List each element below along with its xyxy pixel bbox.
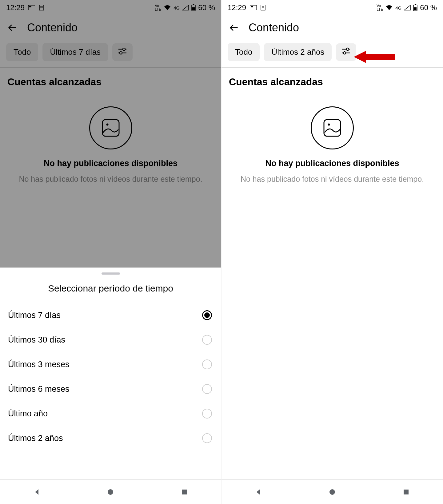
svg-rect-1 <box>29 6 31 7</box>
svg-rect-17 <box>251 6 253 7</box>
chip-date-range[interactable]: Últimos 2 años <box>264 43 332 61</box>
android-nav-bar <box>222 479 443 504</box>
wifi-icon <box>164 5 171 10</box>
time-option-7days[interactable]: Últimos 7 días <box>0 303 221 327</box>
option-label: Último año <box>8 409 48 419</box>
status-bar: 12:29 VoLTE 4G 60 % <box>222 0 443 15</box>
radio-icon <box>202 384 212 394</box>
battery-percent: 60 % <box>420 3 437 12</box>
svg-rect-0 <box>28 5 35 10</box>
filter-settings-button[interactable] <box>112 43 133 61</box>
sheet-title: Seleccionar período de tiempo <box>0 278 221 303</box>
svg-rect-31 <box>404 490 409 494</box>
status-app-icon-1 <box>250 5 257 10</box>
svg-rect-28 <box>324 120 341 136</box>
time-option-6months[interactable]: Últimos 6 meses <box>0 377 221 401</box>
volte-icon: VoLTE <box>155 4 161 11</box>
page-title: Contenido <box>27 21 78 34</box>
svg-point-14 <box>108 489 113 495</box>
empty-state: No hay publicaciones disponibles No has … <box>222 94 443 203</box>
empty-subtitle: No has publicado fotos ni vídeos durante… <box>9 174 212 185</box>
svg-rect-12 <box>102 120 119 136</box>
status-app-icon-1 <box>28 5 35 10</box>
svg-point-30 <box>329 489 335 495</box>
battery-percent: 60 % <box>198 3 215 12</box>
radio-icon <box>202 409 212 419</box>
svg-point-27 <box>343 52 346 54</box>
page-title: Contenido <box>249 21 299 34</box>
status-app-icon-2 <box>39 5 44 10</box>
svg-rect-23 <box>414 7 417 10</box>
empty-photo-icon <box>311 106 354 149</box>
nav-back-button[interactable] <box>254 487 263 497</box>
empty-subtitle: No has publicado fotos ni vídeos durante… <box>231 174 434 185</box>
filter-row: Todo Últimos 7 días <box>0 40 221 67</box>
section-title: Cuentas alcanzadas <box>222 67 443 94</box>
sliders-icon <box>341 47 351 55</box>
radio-icon <box>202 335 212 345</box>
wifi-icon <box>385 5 393 10</box>
network-4g-label: 4G <box>174 5 180 10</box>
chip-all[interactable]: Todo <box>6 43 38 61</box>
status-time: 12:29 <box>6 3 25 12</box>
empty-photo-icon <box>89 106 132 149</box>
phone-right-screenshot: 12:29 VoLTE 4G 60 % Cont <box>222 0 443 504</box>
filter-settings-button[interactable] <box>336 43 356 61</box>
svg-point-29 <box>328 124 330 126</box>
battery-icon <box>191 4 196 11</box>
volte-icon: VoLTE <box>377 4 383 11</box>
back-button[interactable] <box>228 22 240 34</box>
back-button[interactable] <box>6 22 18 34</box>
status-bar: 12:29 VoLTE 4G 60 % <box>0 0 221 15</box>
filter-row: Todo Últimos 2 años <box>222 40 443 67</box>
time-period-sheet: Seleccionar período de tiempo Últimos 7 … <box>0 268 221 504</box>
page-header: Contenido <box>222 15 443 40</box>
nav-back-button[interactable] <box>32 487 42 497</box>
page-header: Contenido <box>0 15 221 40</box>
option-label: Últimos 2 años <box>8 434 63 443</box>
section-title: Cuentas alcanzadas <box>0 67 221 94</box>
annotation-arrow-icon <box>354 49 397 66</box>
time-option-2years[interactable]: Últimos 2 años <box>0 426 221 450</box>
svg-point-25 <box>346 48 349 50</box>
status-time: 12:29 <box>228 3 246 12</box>
radio-selected-icon <box>202 310 212 320</box>
phone-left-screenshot: 12:29 VoLTE 4G 60 % Cont <box>0 0 222 504</box>
svg-point-9 <box>123 48 125 50</box>
svg-rect-7 <box>192 7 195 10</box>
svg-point-13 <box>106 124 108 126</box>
network-4g-label: 4G <box>395 5 401 10</box>
android-nav-bar <box>0 479 221 504</box>
time-option-1year[interactable]: Último año <box>0 401 221 426</box>
sliders-icon <box>118 47 127 55</box>
option-label: Últimos 30 días <box>8 335 65 345</box>
nav-recents-button[interactable] <box>401 487 411 497</box>
nav-recents-button[interactable] <box>180 487 189 497</box>
time-option-30days[interactable]: Últimos 30 días <box>0 327 221 352</box>
empty-state: No hay publicaciones disponibles No has … <box>0 94 221 203</box>
svg-point-11 <box>120 52 122 54</box>
option-label: Últimos 3 meses <box>8 360 70 369</box>
option-label: Últimos 7 días <box>8 311 61 320</box>
svg-rect-15 <box>182 490 187 494</box>
status-app-icon-2 <box>260 5 266 10</box>
empty-title: No hay publicaciones disponibles <box>9 159 212 168</box>
signal-icon <box>182 5 189 10</box>
signal-icon <box>404 5 411 10</box>
svg-rect-16 <box>250 5 257 10</box>
nav-home-button[interactable] <box>328 487 337 497</box>
radio-icon <box>202 359 212 369</box>
option-label: Últimos 6 meses <box>8 384 70 394</box>
chip-date-range[interactable]: Últimos 7 días <box>42 43 108 61</box>
time-option-3months[interactable]: Últimos 3 meses <box>0 352 221 377</box>
svg-marker-32 <box>354 51 395 63</box>
chip-all[interactable]: Todo <box>228 43 260 61</box>
empty-title: No hay publicaciones disponibles <box>231 159 434 168</box>
nav-home-button[interactable] <box>106 487 115 497</box>
battery-icon <box>413 4 417 11</box>
radio-icon <box>202 433 212 443</box>
sheet-drag-handle[interactable] <box>102 272 120 275</box>
